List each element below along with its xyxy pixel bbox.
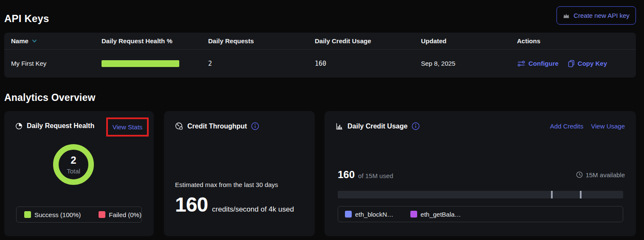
threshold-tick [580, 191, 582, 198]
copy-icon [568, 60, 575, 67]
credit-usage-progress-bar [338, 191, 623, 198]
daily-requests-cell: 2 [208, 60, 315, 67]
annotation-highlight-box: View Stats [106, 117, 149, 137]
view-stats-link[interactable]: View Stats [113, 123, 143, 131]
credit-throughput-card: Credit Throughput Estimated max from the… [164, 111, 315, 236]
add-credits-link[interactable]: Add Credits [550, 123, 583, 130]
card-title: Daily Request Health [27, 122, 94, 130]
column-header-actions: Actions [517, 37, 636, 45]
throughput-unit: credits/second of 4k used [212, 205, 294, 214]
usage-legend: eth_blockN… eth_getBala… [338, 206, 623, 222]
actions-cell: Configure Copy Key [517, 60, 636, 67]
eth-getbalance-swatch [410, 211, 417, 218]
legend-item-success: Success (100%) [24, 211, 81, 218]
key-name-cell: My First Key [11, 60, 102, 67]
configure-link[interactable]: Configure [517, 60, 559, 67]
create-api-key-button[interactable]: Create new API key [556, 6, 636, 25]
table-row: My First Key 2 160 Sep 8, 2025 Configure [4, 50, 636, 77]
crown-icon [563, 13, 570, 19]
eth-blocknumber-swatch [345, 211, 352, 218]
throughput-value-row: 160 credits/second of 4k used [175, 193, 294, 216]
view-usage-link[interactable]: View Usage [591, 123, 625, 130]
daily-credit-usage-cell: 160 [315, 60, 421, 67]
card-title: Credit Throughput [187, 123, 247, 130]
sliders-icon [517, 60, 525, 67]
sort-descending-icon[interactable] [32, 39, 37, 43]
column-header-daily-requests: Daily Requests [208, 37, 315, 45]
request-health-donut-chart: 2 Total [53, 144, 94, 185]
daily-request-health-card: Daily Request Health View Stats 2 Total … [4, 111, 154, 236]
legend-item-eth-blocknumber: eth_blockN… [345, 211, 393, 218]
credits-used-value: 160 [338, 169, 355, 181]
column-header-label: Name [11, 37, 28, 45]
table-header-row: Name Daily Request Health % Daily Reques… [4, 33, 636, 50]
info-icon[interactable] [251, 122, 259, 130]
create-api-key-label: Create new API key [573, 12, 630, 19]
card-title: Daily Credit Usage [347, 123, 407, 130]
info-icon[interactable] [412, 122, 420, 130]
throughput-note: Estimated max from the last 30 days [175, 181, 278, 188]
column-header-daily-credit-usage: Daily Credit Usage [315, 37, 421, 45]
legend-item-eth-getbalance: eth_getBala… [410, 211, 461, 218]
health-bar [102, 60, 179, 67]
pie-chart-icon [15, 123, 23, 130]
threshold-tick [551, 191, 553, 198]
bar-chart-icon [336, 123, 343, 130]
health-legend: Success (100%) Failed (0%) [16, 207, 142, 223]
copy-key-link[interactable]: Copy Key [568, 60, 607, 67]
page-title: API Keys [4, 13, 49, 25]
column-header-updated: Updated [421, 37, 517, 45]
donut-total-label: Total [67, 167, 80, 175]
success-swatch [24, 211, 31, 218]
card-header: Credit Throughput [175, 122, 304, 130]
clock-icon [576, 171, 583, 178]
api-keys-table: Name Daily Request Health % Daily Reques… [4, 33, 636, 78]
failed-swatch [99, 211, 105, 218]
analytics-overview-title: Analytics Overview [4, 92, 96, 103]
column-header-health: Daily Request Health % [102, 37, 208, 45]
updated-cell: Sep 8, 2025 [421, 60, 517, 67]
daily-credit-usage-card: Daily Credit Usage Add Credits View Usag… [325, 111, 636, 236]
credits-available: 15M available [576, 171, 625, 179]
usage-summary-row: 160 of 15M used 15M available [338, 169, 625, 181]
health-cell [102, 60, 208, 67]
card-header: Daily Credit Usage Add Credits View Usag… [336, 122, 625, 130]
throughput-value: 160 [175, 193, 208, 216]
credits-available-label: 15M available [585, 171, 625, 179]
column-header-name[interactable]: Name [11, 37, 102, 45]
legend-item-failed: Failed (0%) [99, 211, 141, 218]
credits-used-suffix: of 15M used [358, 172, 393, 179]
donut-total-value: 2 [71, 154, 76, 166]
gauge-icon [175, 122, 183, 130]
card-header-links: Add Credits View Usage [550, 123, 625, 130]
